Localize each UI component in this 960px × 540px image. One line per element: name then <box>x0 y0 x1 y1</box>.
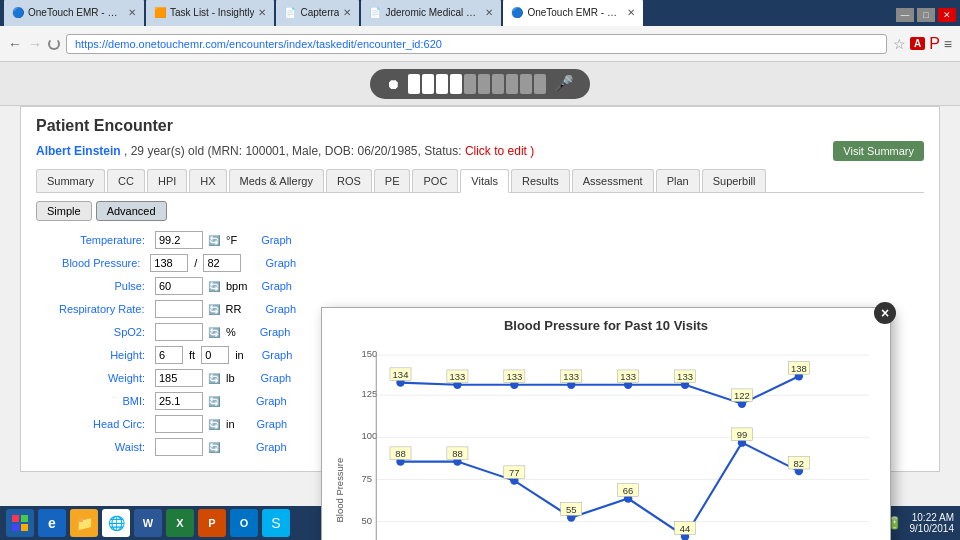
mic-icon[interactable]: 🎤 <box>554 74 574 93</box>
tab-capterra[interactable]: 📄Capterra ✕ <box>276 0 359 26</box>
bmi-input[interactable] <box>155 392 203 410</box>
refresh-icon <box>48 38 60 50</box>
spo2-input[interactable] <box>155 323 203 341</box>
close-button[interactable]: ✕ <box>938 8 956 22</box>
tab-meds-allergy[interactable]: Meds & Allergy <box>229 169 324 192</box>
outlook-icon[interactable]: O <box>230 509 258 537</box>
tab-hpi[interactable]: HPI <box>147 169 187 192</box>
close-tab-icon[interactable]: ✕ <box>627 7 635 18</box>
svg-text:100: 100 <box>362 430 378 441</box>
main-content: Patient Encounter Albert Einstein , 29 y… <box>20 106 940 472</box>
pinterest-icon[interactable]: P <box>929 35 940 53</box>
temperature-row: Temperature: 🔄 °F Graph <box>36 231 296 249</box>
waist-graph-link[interactable]: Graph <box>256 441 287 453</box>
svg-text:77: 77 <box>509 467 520 478</box>
bmi-graph-link[interactable]: Graph <box>256 395 287 407</box>
waist-input[interactable] <box>155 438 203 456</box>
restore-button[interactable]: □ <box>917 8 935 22</box>
skype-icon[interactable]: S <box>262 509 290 537</box>
status-link[interactable]: Click to edit ) <box>465 144 534 158</box>
svg-text:125: 125 <box>362 388 378 399</box>
tab-poc[interactable]: POC <box>412 169 458 192</box>
waist-spinner[interactable]: 🔄 <box>208 442 220 453</box>
visit-summary-button[interactable]: Visit Summary <box>833 141 924 161</box>
height-in-input[interactable] <box>201 346 229 364</box>
head-circ-input[interactable] <box>155 415 203 433</box>
bp-systolic-input[interactable] <box>150 254 188 272</box>
weight-graph-link[interactable]: Graph <box>261 372 292 384</box>
svg-rect-55 <box>21 515 28 522</box>
svg-text:133: 133 <box>506 371 522 382</box>
word-icon[interactable]: W <box>134 509 162 537</box>
tab-jderomic[interactable]: 📄Jderomic Medical Reso... ✕ <box>361 0 501 26</box>
tab-ros[interactable]: ROS <box>326 169 372 192</box>
close-tab-icon[interactable]: ✕ <box>485 7 493 18</box>
blood-pressure-graph-link[interactable]: Graph <box>265 257 296 269</box>
patient-info-text: , 29 year(s) old (MRN: 100001, Male, DOB… <box>124 144 462 158</box>
tab-cc[interactable]: CC <box>107 169 145 192</box>
head-circ-graph-link[interactable]: Graph <box>257 418 288 430</box>
star-icon[interactable]: ☆ <box>893 36 906 52</box>
svg-text:138: 138 <box>791 363 807 374</box>
waist-row: Waist: 🔄 Graph <box>36 438 296 456</box>
head-circ-spinner[interactable]: 🔄 <box>208 419 220 430</box>
close-tab-icon[interactable]: ✕ <box>128 7 136 18</box>
files-icon[interactable]: 📁 <box>70 509 98 537</box>
spo2-graph-link[interactable]: Graph <box>260 326 291 338</box>
tab-tasklist[interactable]: 🟧Task List - Insightly ✕ <box>146 0 274 26</box>
tab-vitals[interactable]: Vitals <box>460 169 509 193</box>
menu-icon[interactable]: ≡ <box>944 36 952 52</box>
bmi-spinner[interactable]: 🔄 <box>208 396 220 407</box>
browser-tab-bar: 🔵OneTouch EMR - Ready ✕ 🟧Task List - Ins… <box>0 0 960 26</box>
patient-name-link[interactable]: Albert Einstein <box>36 144 121 158</box>
weight-input[interactable] <box>155 369 203 387</box>
svg-text:50: 50 <box>362 515 373 526</box>
tab-results[interactable]: Results <box>511 169 570 192</box>
tab-plan[interactable]: Plan <box>656 169 700 192</box>
pulse-spinner[interactable]: 🔄 <box>208 281 220 292</box>
tab-pe[interactable]: PE <box>374 169 411 192</box>
tab-assessment[interactable]: Assessment <box>572 169 654 192</box>
weight-label: Weight: <box>36 372 151 384</box>
url-input[interactable] <box>66 34 887 54</box>
temp-spinner[interactable]: 🔄 <box>208 235 220 246</box>
tab-onetouch-encounter[interactable]: 🔵OneTouch EMR - Encou... ✕ <box>503 0 643 26</box>
forward-button[interactable]: → <box>28 36 42 52</box>
progress-segments <box>408 74 546 94</box>
svg-text:150: 150 <box>362 348 378 359</box>
rr-spinner[interactable]: 🔄 <box>208 304 220 315</box>
advanced-mode-button[interactable]: Advanced <box>96 201 167 221</box>
tab-summary[interactable]: Summary <box>36 169 105 192</box>
spo2-spinner[interactable]: 🔄 <box>208 327 220 338</box>
close-tab-icon[interactable]: ✕ <box>343 7 351 18</box>
pulse-input[interactable] <box>155 277 203 295</box>
powerpoint-icon[interactable]: P <box>198 509 226 537</box>
chart-close-button[interactable]: × <box>874 302 896 324</box>
close-tab-icon[interactable]: ✕ <box>258 7 266 18</box>
rr-graph-link[interactable]: Graph <box>265 303 296 315</box>
respiratory-rate-row: Respiratory Rate: 🔄 RR Graph <box>36 300 296 318</box>
height-graph-link[interactable]: Graph <box>262 349 293 361</box>
temperature-graph-link[interactable]: Graph <box>261 234 292 246</box>
simple-mode-button[interactable]: Simple <box>36 201 92 221</box>
start-button[interactable] <box>6 509 34 537</box>
bp-diastolic-input[interactable] <box>203 254 241 272</box>
weight-spinner[interactable]: 🔄 <box>208 373 220 384</box>
weight-row: Weight: 🔄 lb Graph <box>36 369 296 387</box>
ie-icon[interactable]: e <box>38 509 66 537</box>
tab-hx[interactable]: HX <box>189 169 226 192</box>
excel-icon[interactable]: X <box>166 509 194 537</box>
svg-text:133: 133 <box>563 371 579 382</box>
seg-1 <box>408 74 420 94</box>
back-button[interactable]: ← <box>8 36 22 52</box>
chrome-icon[interactable]: 🌐 <box>102 509 130 537</box>
respiratory-rate-input[interactable] <box>155 300 203 318</box>
temperature-unit: °F <box>226 234 237 246</box>
height-ft-input[interactable] <box>155 346 183 364</box>
minimize-button[interactable]: — <box>896 8 914 22</box>
page-title: Patient Encounter <box>36 117 924 135</box>
tab-superbill[interactable]: Superbill <box>702 169 767 192</box>
temperature-input[interactable] <box>155 231 203 249</box>
pulse-graph-link[interactable]: Graph <box>261 280 292 292</box>
tab-onetouch-1[interactable]: 🔵OneTouch EMR - Ready ✕ <box>4 0 144 26</box>
